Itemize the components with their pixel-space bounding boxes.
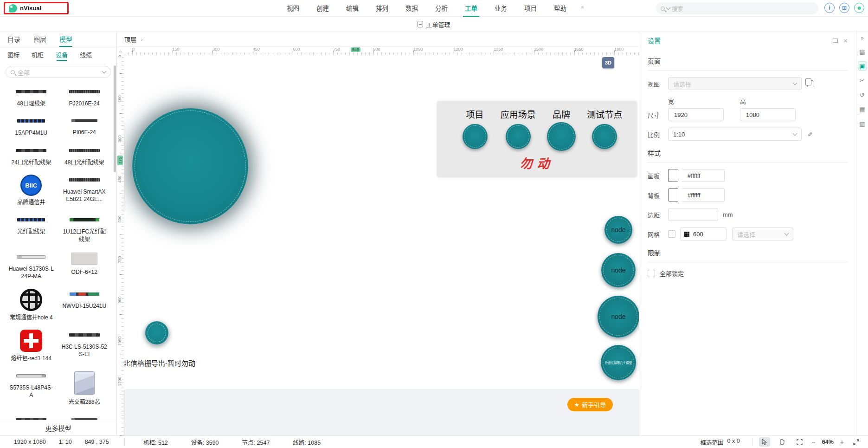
view-select[interactable]: 请选择 [668,77,802,90]
model-list-item[interactable]: NWVDI-15U241U [59,289,110,322]
subheader: 工单管理 [0,17,868,32]
menu-item[interactable]: 项目 [524,0,537,17]
node-circle[interactable]: node [604,216,632,244]
board-color-input[interactable]: #ffffff [682,169,725,182]
model-list-item[interactable]: Huawei SmartAX E5821 24GE... [59,175,110,207]
model-list-item[interactable]: BIIC 品牌通信井 [6,175,57,207]
model-list-item[interactable]: 光交箱288芯 [59,370,110,407]
select-tool-button[interactable] [759,437,770,447]
close-icon[interactable]: × [843,37,848,44]
zoom-out-button[interactable]: − [812,438,816,446]
pan-tool-button[interactable] [777,437,788,447]
model-list-item[interactable]: S5735S-L48P4S-A [6,370,57,407]
apps-icon[interactable]: ⊞ [839,3,849,13]
model-list-item[interactable]: PJ2016E-24 [59,86,110,108]
edit-pencil-icon[interactable]: ✎ [806,132,813,137]
sidebar-subtab[interactable]: 设备 [56,48,68,62]
sidebar-tab[interactable]: 目录 [7,32,20,47]
group-node-circle[interactable] [463,124,488,149]
rail-tool-icon[interactable]: ✂ [858,76,867,84]
model-list-item[interactable]: PI06E-24 [59,116,110,137]
sidebar-tab[interactable]: 模型 [59,32,72,47]
menu-item[interactable]: 分析 [435,0,448,17]
model-list-item[interactable]: 24口光纤配线架 [6,145,57,167]
3d-view-button[interactable]: 3D [602,57,614,68]
group-node-circle[interactable] [592,124,617,149]
zoom-in-button[interactable]: + [840,438,844,446]
model-list-item[interactable]: 15APP4M1U [6,116,57,137]
minimize-icon[interactable] [833,39,838,43]
rail-tool-icon[interactable]: ▣ [858,62,867,70]
model-list-item[interactable]: H3C LS-5130S-52S-EI [59,330,110,363]
fit-view-button[interactable] [794,437,805,447]
menu-item[interactable]: 工单 [465,0,477,17]
model-list-item[interactable]: 48口理线架 [6,86,57,108]
breadcrumb-root[interactable]: 顶层 [124,35,136,44]
model-list-item[interactable]: 熔纤包-red1 144 [6,330,57,363]
zoom-level: 64% [822,439,834,445]
sidebar-tab[interactable]: 图层 [33,32,46,47]
info-icon[interactable]: i [824,3,835,13]
group-node[interactable]: 品牌 [541,108,582,176]
user-avatar-icon[interactable]: ☻ [854,3,864,13]
model-list-item[interactable]: 1U12口FC光纤配线架 [59,214,110,244]
group-node[interactable]: 应用场景 [497,108,539,176]
menu-item[interactable]: 数据 [405,0,418,17]
backboard-color-input[interactable]: #ffffff [682,188,725,201]
big-site-node[interactable] [132,108,248,224]
menu-item[interactable]: 业务 [495,0,507,17]
cursor-icon [762,439,767,445]
rail-tool-icon[interactable]: ▧ [858,119,867,128]
group-node[interactable]: 测试节点 [584,108,625,176]
menu-item[interactable]: 创建 [316,0,329,17]
donot-move-group-panel[interactable]: 项目 应用场景 品牌 测试节点 [437,101,637,176]
grid-style-select[interactable]: 请选择 [732,227,793,240]
rail-tool-icon[interactable]: ↺ [858,91,867,99]
height-label: 高 [740,97,746,105]
node-circle[interactable]: node [601,253,636,287]
fullscreen-button[interactable] [850,437,862,447]
status-count: 机柜: 512 [143,438,168,447]
group-node-circle[interactable] [506,124,531,149]
board-color-checkbox[interactable] [668,169,678,182]
scale-select[interactable]: 1:10 [668,128,802,141]
grid-size-input[interactable]: 600 [680,227,727,240]
model-list-item[interactable]: ODF-6×12 [59,252,110,281]
global-search-input[interactable]: 搜索 [656,2,818,14]
sidebar-subtab[interactable]: 机柜 [32,48,44,62]
menu-item[interactable]: 视图 [287,0,299,17]
page-height-input[interactable]: 1080 [740,108,796,121]
page-width-input[interactable]: 1920 [668,108,724,121]
rail-tool-icon[interactable]: ▦ [858,105,867,113]
model-list-item[interactable]: 常规通信井hole 4 [6,289,57,322]
lock-all-checkbox[interactable] [648,270,655,277]
copy-icon[interactable] [807,80,813,87]
margin-input[interactable] [668,208,718,221]
backboard-color-checkbox[interactable] [668,188,678,201]
collapse-menu-icon[interactable]: » [579,7,585,9]
group-node[interactable]: 项目 [454,108,495,176]
canvas[interactable]: 顶层 › 01503004506007509001050120013501500… [117,32,639,435]
menu-item[interactable]: 编辑 [346,0,359,17]
menu-item[interactable]: 帮助 [554,0,566,17]
model-list-item[interactable]: 光纤配线架 [6,214,57,244]
group-node-label: 应用场景 [501,108,536,120]
model-list-item[interactable]: Huawei S1730S-L24P-MA [6,252,57,281]
node-circle[interactable]: 外运长拟等几个模型 [601,345,636,380]
small-site-node[interactable] [145,321,168,344]
more-models-button[interactable]: 更多模型 [0,420,116,435]
model-list-item[interactable]: 48口光纤配线架 [59,145,110,167]
sidebar-scrollbar[interactable] [114,65,116,172]
menu-item[interactable]: 排列 [376,0,388,17]
sidebar-subtab[interactable]: 图标 [7,48,19,62]
sidebar-subtab[interactable]: 线缆 [80,48,92,62]
grid-checkbox[interactable] [668,230,675,238]
beginner-guide-button[interactable]: ★ 新手引导 [567,398,613,411]
group-node-circle[interactable] [547,122,576,151]
node-circle[interactable]: node [598,296,639,338]
model-filter-select[interactable]: 全部 [6,66,111,78]
divider [124,439,125,445]
model-list: 48口理线架 PJ2016E-24 15APP4M1U PI06E-24 [0,80,116,436]
rail-tool-icon[interactable]: ▤ [858,47,867,56]
collapse-panel-icon[interactable]: » [861,35,864,41]
